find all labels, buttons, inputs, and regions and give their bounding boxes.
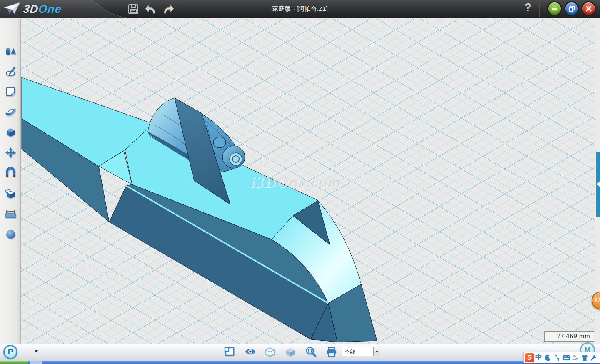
watermark: i3DOne.com: [251, 173, 341, 191]
open-box-icon: [5, 188, 16, 199]
redo-button[interactable]: [161, 2, 175, 16]
help-button[interactable]: ?: [522, 1, 534, 17]
primitive-solids-button[interactable]: [5, 45, 16, 57]
restore-button[interactable]: [565, 2, 578, 15]
magnet-icon: [5, 167, 16, 179]
model-hub-stub[interactable]: [213, 137, 226, 148]
taskbar-start-sliver[interactable]: [0, 361, 28, 364]
model-hub-cap[interactable]: [230, 153, 242, 165]
punctuation-icon[interactable]: [552, 353, 562, 362]
user-dict-icon[interactable]: 19: [571, 353, 580, 362]
save-icon: [128, 4, 139, 15]
left-toolbar: [0, 19, 21, 344]
zoom-search-icon: [305, 347, 316, 357]
eraser-button[interactable]: [5, 106, 16, 117]
measurement-readout: 77.469 mm: [544, 331, 594, 342]
undo-icon: [145, 3, 157, 15]
zoom-button[interactable]: [305, 347, 316, 357]
surface-button[interactable]: [5, 86, 16, 97]
minimize-button[interactable]: [548, 2, 561, 15]
sketch-pen-icon: [5, 65, 16, 77]
brand-text: 3DOne: [22, 3, 62, 16]
sketch-button[interactable]: [5, 65, 16, 77]
profile-badge[interactable]: P: [3, 345, 18, 359]
display-filter-value: 全部: [345, 349, 355, 356]
extrude-button[interactable]: [5, 127, 16, 138]
ruler-icon: [5, 208, 16, 219]
print-icon: [326, 347, 337, 357]
save-button[interactable]: [126, 2, 140, 16]
titlebar-separator: [539, 1, 540, 17]
plane-display-button[interactable]: [224, 347, 235, 357]
sphere-icon: [5, 229, 16, 240]
move-button[interactable]: [5, 147, 16, 158]
print-button[interactable]: [326, 347, 337, 357]
combo-dropdown-button[interactable]: [373, 347, 380, 356]
title-bar: 3DOne 家庭版 - [阿帕奇.Z1] ?: [0, 0, 600, 18]
wireframe-view-button[interactable]: [265, 347, 275, 357]
skin-shirt-icon[interactable]: [580, 353, 589, 362]
window-title: 家庭版 - [阿帕奇.Z1]: [272, 5, 328, 13]
close-icon: [585, 5, 592, 12]
soft-keyboard-icon[interactable]: [562, 353, 571, 362]
undo-button[interactable]: [144, 2, 158, 16]
dimension-button[interactable]: [5, 208, 16, 219]
taskbar-button-sliver[interactable]: [30, 361, 42, 364]
restore-icon: [568, 5, 575, 12]
paper-plane-icon: [3, 2, 21, 17]
taskbar-sliver[interactable]: [28, 361, 600, 364]
visibility-button[interactable]: [245, 347, 255, 357]
close-button[interactable]: [582, 2, 595, 15]
wireframe-view-icon: [265, 347, 275, 357]
eraser-icon: [5, 106, 16, 117]
viewport-canvas[interactable]: i3DOne.com 77.469 mm: [21, 19, 595, 344]
shaded-view-icon: [285, 347, 296, 357]
redo-icon: [162, 3, 175, 15]
minimize-icon: [551, 5, 558, 12]
primitive-solids-icon: [5, 45, 16, 57]
surface-icon: [5, 86, 16, 97]
status-bar: [0, 344, 600, 361]
plane-display-icon: [224, 347, 235, 357]
svg-text:19: 19: [576, 358, 578, 360]
sogou-logo-icon[interactable]: S: [525, 353, 534, 362]
shaded-view-button[interactable]: [285, 347, 296, 357]
chinese-mode-icon[interactable]: 中: [534, 353, 543, 362]
chevron-left-icon: [597, 182, 600, 187]
combine-button[interactable]: [5, 188, 16, 199]
move-arrows-icon: [5, 147, 16, 158]
display-filter-select[interactable]: 全部: [342, 347, 380, 356]
magnet-button[interactable]: [5, 167, 16, 179]
night-mode-moon-icon[interactable]: [543, 353, 552, 362]
app-logo: 3DOne: [3, 2, 62, 17]
render-button[interactable]: [5, 229, 16, 240]
profile-dropdown-arrow[interactable]: [34, 350, 38, 352]
settings-wrench-icon[interactable]: [589, 353, 598, 362]
app-window: 3DOne 家庭版 - [阿帕奇.Z1] ?: [0, 0, 600, 364]
visibility-eye-icon: [245, 347, 256, 357]
flyout-tab[interactable]: [596, 152, 600, 217]
ime-toolbar: S 中 19: [523, 352, 600, 363]
cube-icon: [5, 127, 16, 138]
